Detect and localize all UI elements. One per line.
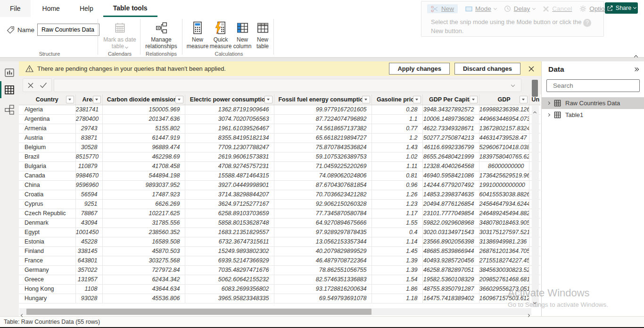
value-cell[interactable]: 45536.806 [102,294,185,303]
value-cell[interactable]: 48755.8350791287 [422,284,479,294]
value-cell[interactable]: 75.8707843536824 [274,143,372,152]
value-cell[interactable]: 46.4879708722364 [274,256,372,265]
field-list-item[interactable]: Table1 [542,109,644,121]
value-cell[interactable]: 14853.2398374635 [422,190,479,199]
tab-help[interactable]: Help [70,0,103,17]
value-cell[interactable]: 303275.568 [102,256,185,265]
value-cell[interactable]: 78867 [75,209,102,218]
collapse-pane-icon[interactable] [635,68,638,71]
country-cell[interactable]: Hong Kong [19,284,75,294]
country-cell[interactable]: Canada [19,171,75,180]
value-cell[interactable]: 3714.38298844207 [185,190,274,199]
value-cell[interactable]: 1108 [75,284,102,294]
value-cell[interactable]: 529606710418.038 [479,143,529,152]
value-cell[interactable]: 29743 [75,124,102,133]
value-cell[interactable]: 2780400 [75,114,102,124]
scroll-left-icon[interactable] [21,314,24,317]
table-row[interactable]: Hungary9302845536.8063965.9582334833569.… [19,294,540,303]
value-cell[interactable]: 13672802157.8324 [479,124,529,133]
data-view-button[interactable] [0,81,19,98]
value-cell[interactable]: 13.0562153357344 [274,237,372,246]
value-cell[interactable]: 78.862551056755 [274,265,372,275]
value-cell[interactable]: 74.089062024806 [274,171,372,180]
help-icon[interactable]: ? [583,19,591,27]
column-header[interactable]: Electric power consumption [185,94,274,105]
table-row[interactable]: Denmark4309431785.5565858.8015362874864.… [19,218,540,227]
column-filter-button[interactable] [264,96,272,103]
value-cell[interactable]: 1.43 [372,143,422,152]
value-cell[interactable]: 15588.4871464315 [185,171,274,180]
value-cell[interactable]: 15249.9893802302 [185,246,274,256]
value-cell[interactable]: 8355.84195182134 [185,133,274,143]
table-row[interactable]: Greece13195762434.3425062.6064215523282.… [19,275,540,284]
value-cell[interactable]: 0.81 [372,171,422,180]
country-cell[interactable]: Austria [19,133,75,143]
formula-scrollbar-thumb[interactable] [532,80,538,97]
table-row[interactable]: France643801303275.5686939.5214736692946… [19,256,540,265]
value-cell[interactable]: 6732.36747315611 [185,237,274,246]
value-cell[interactable]: 0.96 [372,180,422,190]
value-cell[interactable]: 1.1 [372,114,422,124]
value-cell[interactable]: 4708.92745757231 [185,161,274,171]
country-cell[interactable]: Brazil [19,152,75,161]
column-filter-button[interactable] [470,96,478,103]
country-cell[interactable]: Croatia [19,190,75,199]
value-cell[interactable]: 59822.0929608968 [422,218,479,227]
table-row[interactable]: China95969609893037.9523927.044499989018… [19,180,540,190]
value-cell[interactable]: 87.7224074796892 [274,114,372,124]
country-cell[interactable]: Estonia [19,237,75,246]
value-cell[interactable]: 462298.69 [102,152,185,161]
value-cell[interactable]: 93.1728816200634 [274,284,372,294]
snip-new-button[interactable]: New [427,4,458,13]
value-cell[interactable]: 7035.48297471676 [185,265,274,275]
value-cell[interactable]: 1.86 [372,284,422,294]
value-cell[interactable]: 169988236398.126 [479,105,529,114]
value-cell[interactable]: 131957 [75,275,102,284]
value-cell[interactable]: 45228 [75,237,102,246]
column-filter-button[interactable] [413,96,421,103]
scroll-down-icon[interactable] [533,301,537,304]
value-cell[interactable]: 59.1075326389753 [274,152,372,161]
expand-formula-bar-icon[interactable] [511,83,515,86]
value-cell[interactable]: 31386949981.236 [479,237,529,246]
country-cell[interactable]: Bulgaria [19,161,75,171]
table-row[interactable]: Finland33814545870.50315249.989380230240… [19,246,540,256]
value-cell[interactable]: 64.9270894675666 [274,218,372,227]
value-cell[interactable]: 449663446954.073 [479,114,529,124]
table-row[interactable]: Canada9984670544894.19815588.48714643157… [19,171,540,180]
mark-as-date-table-button[interactable]: Mark as date table [100,21,140,50]
country-cell[interactable]: Cyprus [19,199,75,209]
report-view-button[interactable] [0,64,19,81]
table-row[interactable]: Belgium3052896889.4747709.1230778824775.… [19,143,540,152]
column-header[interactable]: GDP Per Capita [422,94,479,105]
value-cell[interactable]: 87.6704307681854 [274,180,372,190]
horizontal-scrollbar[interactable] [19,308,531,315]
table-row[interactable]: Bulgaria11087941708.4584708.927457572317… [19,161,540,171]
column-filter-button[interactable] [175,96,183,103]
value-cell[interactable]: 93028 [75,294,102,303]
new-column-button[interactable]: New column [231,21,254,50]
table-row[interactable]: Armenia297435155.8021961.6103952646774.5… [19,124,540,133]
value-cell[interactable]: 23101.7777049854 [422,209,479,218]
value-cell[interactable]: 1.26 [372,190,422,199]
value-cell[interactable]: 9251 [75,199,102,209]
value-cell[interactable]: 1.39 [372,265,422,275]
value-cell[interactable]: 9596960 [75,180,102,190]
value-cell[interactable]: 24564647934.6244 [479,199,529,209]
value-cell[interactable]: 70.7036623421282 [274,190,372,199]
column-filter-button[interactable] [93,96,101,103]
tab-table-tools[interactable]: Table tools [103,0,157,17]
value-cell[interactable]: 5062.60642155232 [185,275,274,284]
table-row[interactable]: Croatia5659417487.9233714.3829884420770.… [19,190,540,199]
value-cell[interactable]: 3965.95823348335 [185,294,274,303]
discard-changes-button[interactable]: Discard changes [454,63,520,75]
table-row[interactable]: Estonia4522816589.5086732.3674731561113.… [19,237,540,246]
value-cell[interactable]: 96889.474 [102,143,185,152]
table-row[interactable]: Cyprus92516626.2693624.9712527716792.906… [19,199,540,209]
column-header[interactable]: Fossil fuel energy consumption [274,94,372,105]
value-cell[interactable]: 3020.03134971543 [422,227,479,237]
expand-chevron-icon[interactable] [547,113,550,117]
value-cell[interactable]: 20494.8776126854 [422,199,479,209]
value-cell[interactable]: 2381741 [75,105,102,114]
value-cell[interactable]: 9893037.952 [102,180,185,190]
